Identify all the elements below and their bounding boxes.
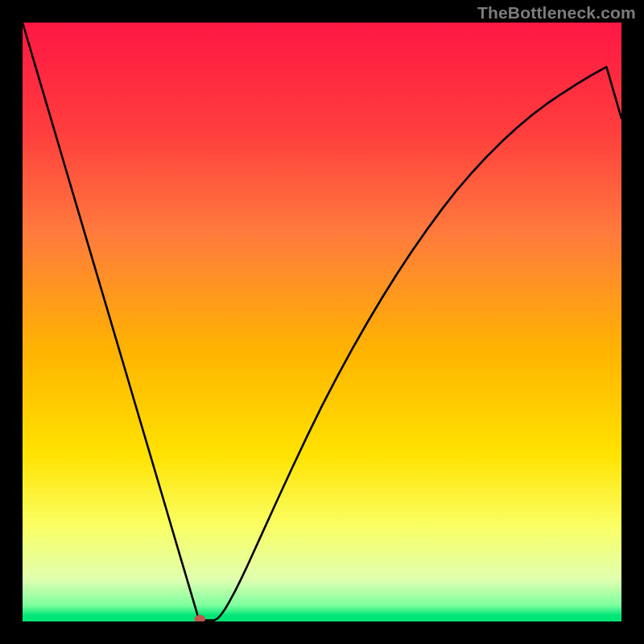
chart-background (23, 23, 621, 621)
plot-area (23, 23, 621, 621)
chart-frame: TheBottleneck.com (0, 0, 644, 644)
chart-svg (23, 23, 621, 621)
watermark-text: TheBottleneck.com (477, 3, 636, 23)
